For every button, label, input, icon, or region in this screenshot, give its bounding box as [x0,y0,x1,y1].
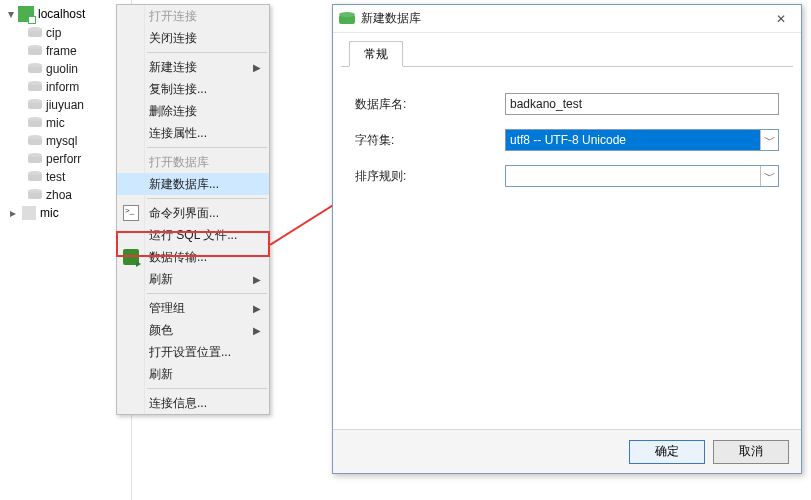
new-database-dialog: 新建数据库 ✕ 常规 数据库名: 字符集: utf8 -- UTF-8 Unic… [332,4,802,474]
dialog-close-button[interactable]: ✕ [761,5,801,33]
dialog-form: 数据库名: 字符集: utf8 -- UTF-8 Unicode ﹀ 排序规则:… [341,67,793,191]
label-collation: 排序规则: [355,168,505,185]
database-icon [28,189,42,201]
tree-db-label: test [46,170,65,184]
expand-toggle-icon[interactable]: ▸ [10,206,20,220]
database-icon [28,81,42,93]
dialog-footer: 确定 取消 [333,429,801,473]
submenu-arrow-icon: ▶ [253,274,261,285]
ctx-refresh[interactable]: 刷新▶ [117,268,269,290]
ctx-label: 连接信息... [149,395,207,412]
ctx-run-sql-file[interactable]: 运行 SQL 文件... [117,224,269,246]
context-menu: 打开连接 关闭连接 新建连接▶ 复制连接... 删除连接 连接属性... 打开数… [116,4,270,415]
ctx-delete-connection[interactable]: 删除连接 [117,100,269,122]
ctx-label: 关闭连接 [149,30,197,47]
tab-underline [341,66,793,67]
ctx-separator [147,293,267,294]
ctx-new-connection[interactable]: 新建连接▶ [117,56,269,78]
submenu-arrow-icon: ▶ [253,303,261,314]
collation-value [506,166,760,186]
tree-extra-item[interactable]: ▸ mic [0,204,131,222]
database-icon [28,63,42,75]
form-row-db-name: 数据库名: [355,89,779,119]
ctx-label: 刷新 [149,271,173,288]
form-row-collation: 排序规则: ﹀ [355,161,779,191]
chevron-down-icon[interactable]: ﹀ [760,130,778,150]
dialog-titlebar: 新建数据库 ✕ [333,5,801,33]
server-icon [18,6,34,22]
tree-db-label: cip [46,26,61,40]
collation-combobox[interactable]: ﹀ [505,165,779,187]
ctx-label: 管理组 [149,300,185,317]
ctx-label: 运行 SQL 文件... [149,227,237,244]
form-row-charset: 字符集: utf8 -- UTF-8 Unicode ﹀ [355,125,779,155]
ctx-separator [147,147,267,148]
terminal-icon [123,205,139,221]
ctx-manage-group[interactable]: 管理组▶ [117,297,269,319]
tree-db-label: mic [46,116,65,130]
collapse-toggle-icon[interactable]: ▾ [6,7,16,21]
ctx-open-settings-location[interactable]: 打开设置位置... [117,341,269,363]
connection-tree-panel: ▾ localhost cip frame guolin inform jiuy… [0,0,132,500]
submenu-arrow-icon: ▶ [253,62,261,73]
tab-bar: 常规 [341,41,793,67]
dialog-title: 新建数据库 [361,10,761,27]
ctx-new-database[interactable]: 新建数据库... [117,173,269,195]
ctx-connection-properties[interactable]: 连接属性... [117,122,269,144]
label-charset: 字符集: [355,132,505,149]
button-label: 确定 [655,443,679,460]
charset-value: utf8 -- UTF-8 Unicode [506,130,760,150]
button-label: 取消 [739,443,763,460]
tree-root-label: localhost [38,7,85,21]
ctx-label: 打开设置位置... [149,344,231,361]
ctx-label: 刷新 [149,366,173,383]
ctx-label: 命令列界面... [149,205,219,222]
tree-db-label: mysql [46,134,77,148]
ctx-label: 新建连接 [149,59,197,76]
chevron-down-icon[interactable]: ﹀ [760,166,778,186]
cancel-button[interactable]: 取消 [713,440,789,464]
ctx-label: 复制连接... [149,81,207,98]
label-db-name: 数据库名: [355,96,505,113]
tree-db-label: zhoa [46,188,72,202]
tree-extra-label: mic [40,206,59,220]
ctx-separator [147,388,267,389]
ctx-label: 连接属性... [149,125,207,142]
tree-root-localhost[interactable]: ▾ localhost [0,4,131,24]
db-name-input[interactable] [505,93,779,115]
database-icon [28,99,42,111]
ctx-label: 删除连接 [149,103,197,120]
ctx-duplicate-connection[interactable]: 复制连接... [117,78,269,100]
database-icon [28,135,42,147]
tab-label: 常规 [364,46,388,63]
database-icon [28,171,42,183]
ctx-command-line[interactable]: 命令列界面... [117,202,269,224]
ctx-close-connection[interactable]: 关闭连接 [117,27,269,49]
ctx-separator [147,52,267,53]
ctx-label: 数据传输... [149,249,207,266]
ctx-refresh-2[interactable]: 刷新 [117,363,269,385]
dialog-body: 常规 数据库名: 字符集: utf8 -- UTF-8 Unicode ﹀ 排序… [341,41,793,429]
ctx-label: 打开数据库 [149,154,209,171]
ok-button[interactable]: 确定 [629,440,705,464]
tree-db-label: guolin [46,62,78,76]
tree-db-label: jiuyuan [46,98,84,112]
ctx-separator [147,198,267,199]
sheet-icon [22,206,36,220]
database-icon [28,45,42,57]
ctx-color[interactable]: 颜色▶ [117,319,269,341]
ctx-label: 新建数据库... [149,176,219,193]
tab-general[interactable]: 常规 [349,41,403,67]
ctx-connection-info[interactable]: 连接信息... [117,392,269,414]
tree-db-label: perforr [46,152,81,166]
database-icon [28,153,42,165]
ctx-data-transfer[interactable]: 数据传输... [117,246,269,268]
tree-db-label: frame [46,44,77,58]
tree-db-label: inform [46,80,79,94]
ctx-label: 颜色 [149,322,173,339]
charset-combobox[interactable]: utf8 -- UTF-8 Unicode ﹀ [505,129,779,151]
ctx-open-connection[interactable]: 打开连接 [117,5,269,27]
ctx-open-database[interactable]: 打开数据库 [117,151,269,173]
database-icon [339,12,355,26]
submenu-arrow-icon: ▶ [253,325,261,336]
